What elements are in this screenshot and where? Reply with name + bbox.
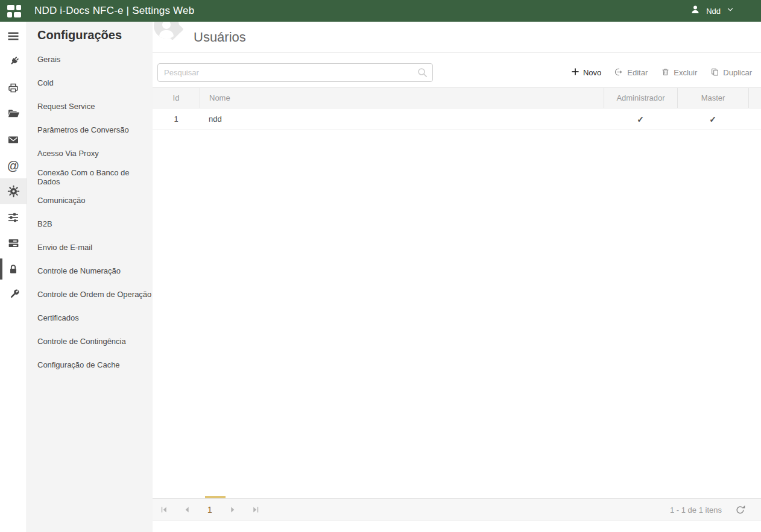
sliders-icon[interactable] [0,204,27,230]
app-logo-icon[interactable] [7,5,22,17]
sidebar-item-certificados[interactable]: Certificados [37,306,153,330]
column-header-spacer [748,88,761,108]
edit-icon [614,67,624,78]
page-number[interactable]: 1 [198,505,221,515]
cell-id: 1 [153,114,200,124]
plug-icon[interactable] [0,49,27,75]
column-header-id[interactable]: Id [153,88,200,108]
users-page-icon [153,22,190,53]
chevron-down-icon [726,5,734,16]
lock-icon[interactable] [0,256,27,282]
sidebar-item-controle-ordem-operacao[interactable]: Controle de Ordem de Operação [37,283,153,306]
search-input[interactable] [157,63,433,82]
printer-icon[interactable] [0,75,27,101]
first-page-button[interactable] [153,498,175,521]
column-header-nome[interactable]: Nome [200,88,604,108]
sidebar-item-cold[interactable]: Cold [37,71,153,95]
menu-icon[interactable] [0,23,27,49]
sidebar-item-controle-contingencia[interactable]: Controle de Contingência [37,330,153,353]
user-icon [690,4,701,17]
gear-icon[interactable] [0,178,27,204]
table-row[interactable]: 1 ndd ✓ ✓ [153,108,761,130]
editar-button[interactable]: Editar [614,67,648,78]
folder-open-icon[interactable] [0,101,27,127]
column-header-administrador[interactable]: Administrador [604,88,677,108]
content-area: Usuários Novo Editar [153,22,761,532]
sidebar-title: Configurações [37,28,153,42]
toolbar: Novo Editar Excluir Duplicar [157,63,752,82]
user-menu[interactable]: Ndd [690,4,734,17]
sidebar-item-envio-email[interactable]: Envio de E-mail [37,236,153,259]
sidebar-item-conexao-banco-dados[interactable]: Conexão Com o Banco de Dados [37,165,153,189]
at-icon[interactable]: @ [0,152,27,178]
user-name: Ndd [706,7,721,16]
column-header-master[interactable]: Master [677,88,748,108]
server-icon[interactable] [0,230,27,256]
sidebar-item-b2b[interactable]: B2B [37,212,153,236]
duplicate-icon [710,67,719,78]
current-page-indicator [205,496,226,498]
sidebar-item-request-service[interactable]: Request Service [37,95,153,118]
pager: 1 1 - 1 de 1 itens [153,498,761,521]
users-grid: Id Nome Administrador Master 1 ndd ✓ ✓ [153,87,761,130]
cell-master-check: ✓ [677,114,748,124]
sidebar-item-configuracao-cache[interactable]: Configuração de Cache [37,353,153,377]
prev-page-button[interactable] [175,498,198,521]
novo-button[interactable]: Novo [571,67,601,78]
last-page-button[interactable] [244,498,267,521]
pager-info: 1 - 1 de 1 itens [670,505,722,515]
sidebar-item-controle-numeracao[interactable]: Controle de Numeração [37,259,153,283]
sidebar-item-parametros-conversao[interactable]: Parâmetros de Conversão [37,118,153,142]
refresh-icon[interactable] [735,505,745,515]
cell-administrador-check: ✓ [604,114,677,124]
top-bar: NDD i-Docs NFC-e | Settings Web Ndd [0,0,761,22]
mail-icon[interactable] [0,127,27,152]
duplicar-button[interactable]: Duplicar [710,67,752,78]
page-title: Usuários [194,30,246,45]
search-icon[interactable] [417,67,428,81]
page-header: Usuários [153,22,761,53]
app-title: NDD i-Docs NFC-e | Settings Web [34,5,194,17]
wrench-icon[interactable] [0,282,27,308]
sidebar-item-acesso-via-proxy[interactable]: Acesso Via Proxy [37,142,153,165]
trash-icon [661,67,670,78]
active-indicator [0,258,2,280]
sidebar-item-gerais[interactable]: Gerais [37,48,153,71]
grid-header-row: Id Nome Administrador Master [153,87,761,108]
sidebar-item-comunicacao[interactable]: Comunicação [37,189,153,212]
next-page-button[interactable] [221,498,244,521]
cell-nome: ndd [200,114,604,124]
plus-icon [571,67,579,78]
settings-sidebar: Configurações Gerais Cold Request Servic… [27,22,153,532]
excluir-button[interactable]: Excluir [661,67,697,78]
icon-rail: @ [0,22,27,532]
